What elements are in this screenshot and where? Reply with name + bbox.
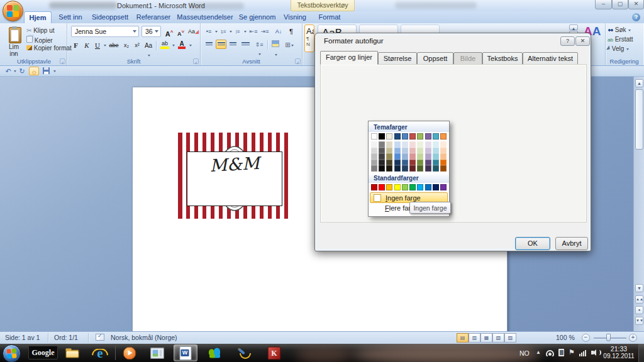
replace-button[interactable]: ab Erstatt	[608, 36, 633, 43]
no-color-item[interactable]: Ingen farge	[370, 192, 448, 203]
color-swatch[interactable]	[417, 184, 423, 190]
color-swatch[interactable]	[371, 165, 377, 172]
color-swatch[interactable]	[433, 160, 439, 166]
shading-button[interactable]	[270, 40, 281, 49]
color-swatch[interactable]	[425, 160, 431, 166]
scroll-down-icon[interactable]: ▼	[635, 284, 643, 292]
color-swatch[interactable]	[394, 160, 401, 166]
view-fullscreen-icon[interactable]: ▥	[469, 333, 480, 343]
strikethrough-button[interactable]: abe	[107, 40, 121, 51]
taskbar-red-app-button[interactable]: K	[262, 344, 286, 361]
scrollbar-thumb[interactable]	[635, 89, 643, 150]
color-swatch[interactable]	[409, 148, 416, 154]
color-swatch[interactable]	[417, 165, 423, 172]
color-swatch[interactable]	[440, 153, 447, 160]
dialog-tab-oppsett[interactable]: Oppsett	[417, 52, 453, 65]
taskbar-photo-viewer-button[interactable]	[145, 344, 169, 361]
sort-button[interactable]: A↓	[273, 26, 284, 36]
start-button[interactable]	[3, 344, 21, 362]
tab-se-gjennom[interactable]: Se gjennom	[236, 11, 278, 23]
tab-referanser[interactable]: Referanser	[133, 11, 174, 23]
color-swatch[interactable]	[379, 141, 385, 148]
multilevel-list-button[interactable]: ⁝≡	[233, 26, 243, 36]
color-swatch[interactable]	[402, 165, 408, 172]
color-swatch[interactable]	[425, 153, 431, 160]
color-swatch[interactable]	[417, 148, 423, 154]
textbox[interactable]: M&M	[187, 151, 282, 206]
color-swatch[interactable]	[386, 153, 392, 160]
tab-hjem[interactable]: Hjem	[24, 11, 52, 23]
view-web-layout-icon[interactable]: ▦	[480, 333, 492, 343]
font-name-combobox[interactable]: Jenna Sue	[71, 26, 139, 37]
style-chip-normal[interactable]: AaBb ¶ N	[304, 25, 314, 52]
taskbar-messenger-button[interactable]	[203, 344, 226, 361]
clear-formatting-button[interactable]: Aa◢	[187, 26, 199, 37]
color-swatch[interactable]	[440, 148, 447, 154]
view-draft-icon[interactable]: ▨	[504, 333, 516, 343]
align-left-button[interactable]	[204, 40, 214, 49]
color-swatch[interactable]	[425, 165, 431, 172]
copy-button[interactable]: Kopier	[26, 36, 53, 44]
color-swatch[interactable]	[394, 153, 401, 160]
color-swatch[interactable]	[425, 141, 431, 148]
color-swatch[interactable]	[371, 141, 377, 148]
page-count[interactable]: Side: 1 av 1	[5, 334, 40, 341]
scroll-up-icon[interactable]: ▲	[635, 79, 643, 87]
tray-signal-icon[interactable]	[579, 349, 587, 356]
word-count[interactable]: Ord: 1/1	[54, 334, 78, 341]
tab-visning[interactable]: Visning	[279, 11, 311, 23]
color-swatch[interactable]	[440, 133, 447, 140]
spellcheck-icon[interactable]: ✓	[96, 334, 104, 341]
color-swatch[interactable]	[402, 133, 408, 140]
redo-button[interactable]: ↻	[18, 67, 26, 75]
font-color-dropdown-icon[interactable]	[189, 45, 192, 47]
show-marks-button[interactable]: ¶	[286, 26, 296, 36]
color-swatch[interactable]	[440, 160, 447, 166]
format-painter-button[interactable]: Kopier format	[26, 45, 72, 52]
taskbar-media-player-button[interactable]	[118, 344, 142, 361]
select-button[interactable]: Velg	[608, 45, 629, 52]
undo-button[interactable]: ↶	[4, 67, 13, 75]
color-swatch[interactable]	[409, 160, 416, 166]
dialog-tab-alternativ-tekst[interactable]: Alternativ tekst	[523, 52, 578, 65]
vertical-scrollbar[interactable]: ▤ ▲ ▼ ▲▲ ● ▼▼	[633, 77, 644, 331]
color-swatch[interactable]	[386, 141, 392, 148]
color-swatch[interactable]	[433, 133, 439, 140]
taskbar-drawing-app-button[interactable]	[231, 344, 255, 361]
color-swatch[interactable]	[440, 184, 447, 190]
color-swatch[interactable]	[379, 133, 385, 140]
font-dialog-launcher-icon[interactable]: ⌟	[193, 58, 199, 64]
zoom-in-button[interactable]: +	[629, 334, 637, 342]
dialog-close-button[interactable]: ✕	[575, 36, 590, 46]
zoom-slider-thumb[interactable]	[606, 334, 611, 341]
color-swatch[interactable]	[371, 148, 377, 154]
styles-gallery-up-icon[interactable]: ▲	[569, 25, 578, 30]
close-button[interactable]: ✕	[628, 0, 644, 9]
zoom-out-button[interactable]: −	[582, 334, 590, 342]
color-swatch[interactable]	[417, 133, 423, 140]
justify-button[interactable]	[240, 40, 250, 49]
change-case-button[interactable]: Aa	[143, 40, 154, 51]
grow-font-button[interactable]: A˄	[164, 26, 175, 37]
color-swatch[interactable]	[425, 148, 431, 154]
cut-button[interactable]: ✂ Klipp ut	[26, 27, 55, 34]
line-spacing-button[interactable]: ⇕≡	[253, 40, 265, 49]
color-swatch[interactable]	[394, 148, 401, 154]
color-swatch[interactable]	[394, 184, 401, 190]
color-swatch[interactable]	[402, 160, 408, 166]
dialog-tab-farger-og-linjer[interactable]: Farger og linjer	[320, 51, 378, 65]
color-swatch[interactable]	[386, 165, 392, 172]
show-desktop-button[interactable]	[638, 344, 644, 362]
color-swatch[interactable]	[386, 184, 392, 190]
maximize-button[interactable]: ▢	[612, 0, 628, 9]
shrink-font-button[interactable]: A˅	[175, 26, 186, 37]
tray-clipboard-icon[interactable]	[558, 349, 564, 356]
office-button[interactable]	[3, 1, 23, 21]
underline-button[interactable]: U	[92, 40, 103, 51]
view-outline-icon[interactable]: ▧	[492, 333, 504, 343]
color-swatch[interactable]	[433, 148, 439, 154]
color-swatch[interactable]	[433, 165, 439, 172]
bullets-button[interactable]: •≡	[204, 26, 214, 36]
borders-button[interactable]: ⊞	[284, 40, 295, 49]
view-print-layout-icon[interactable]: ▤	[457, 333, 469, 343]
